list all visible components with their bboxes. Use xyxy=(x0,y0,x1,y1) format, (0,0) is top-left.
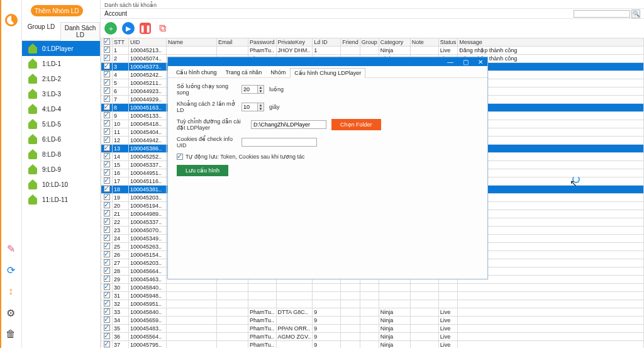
refresh-icon[interactable]: ⟳ xyxy=(4,264,17,276)
sidebar-item[interactable]: 11:LD-11 xyxy=(22,192,100,207)
threads-input[interactable] xyxy=(242,85,258,94)
table-row[interactable]: 35100045483..PhamTu..PPAN ORR..9NinjaLiv… xyxy=(101,325,644,333)
col-header[interactable]: Note xyxy=(410,38,438,47)
sidebar-item[interactable]: 4:LD-4 xyxy=(22,101,100,116)
table-row[interactable]: 33100045840..PhamTu..DTTA G8C..9NinjaLiv… xyxy=(101,308,644,317)
row-checkbox[interactable] xyxy=(104,112,110,118)
sync-icon[interactable]: ⧉ xyxy=(156,22,169,35)
add-group-button[interactable]: Thêm Nhóm LD xyxy=(31,5,83,16)
select-all-checkbox[interactable] xyxy=(104,38,110,45)
col-header[interactable]: Status xyxy=(438,38,458,47)
row-checkbox[interactable] xyxy=(104,145,110,151)
row-checkbox[interactable] xyxy=(104,235,110,241)
table-row[interactable]: 1100045213..PhamTu..JHOY DHM..1NinjaLive… xyxy=(101,47,644,55)
row-checkbox[interactable] xyxy=(104,63,110,69)
sidebar-item[interactable]: 10:LD-10 xyxy=(22,177,100,192)
sidebar-item[interactable]: 8:LD-8 xyxy=(22,147,100,162)
play-button[interactable]: ▶ xyxy=(122,22,135,35)
row-checkbox[interactable] xyxy=(104,194,110,200)
table-row[interactable]: 31100045948.. xyxy=(101,292,644,300)
table-row[interactable]: 34100045659..PhamTu..9NinjaLive xyxy=(101,317,644,325)
row-checkbox[interactable] xyxy=(104,161,110,167)
table-row[interactable]: 37100045795..PhamTu..9NinjaLive xyxy=(101,341,644,349)
sidebar-item[interactable]: 3:LD-3 xyxy=(22,86,100,101)
search-button[interactable]: 🔍 xyxy=(631,9,640,18)
row-checkbox[interactable] xyxy=(104,120,110,126)
row-checkbox[interactable] xyxy=(104,276,110,282)
delay-down[interactable]: ▼ xyxy=(258,107,264,111)
sidebar-item[interactable]: 0:LDPlayer xyxy=(22,41,100,56)
row-checkbox[interactable] xyxy=(104,55,110,61)
delay-input[interactable] xyxy=(242,103,258,111)
table-row[interactable]: 30100045840.. xyxy=(101,284,644,292)
add-button[interactable]: ＋ xyxy=(104,22,117,35)
sidebar-item[interactable]: 2:LD-2 xyxy=(22,71,100,86)
col-header[interactable]: Ld ID xyxy=(313,38,341,47)
col-header[interactable]: Password xyxy=(248,38,277,47)
col-header[interactable]: Category xyxy=(379,38,410,47)
row-checkbox[interactable] xyxy=(104,227,110,233)
row-checkbox[interactable] xyxy=(104,202,110,208)
gear-icon[interactable]: ⚙ xyxy=(4,306,17,319)
row-checkbox[interactable] xyxy=(104,300,110,306)
wand-icon[interactable]: ✎ xyxy=(4,242,17,255)
row-checkbox[interactable] xyxy=(104,317,110,323)
dialog-tab[interactable]: Trang cá nhân xyxy=(221,67,267,77)
row-checkbox[interactable] xyxy=(104,104,110,110)
dialog-tab[interactable]: Cấu hình chung xyxy=(172,67,221,77)
row-checkbox[interactable] xyxy=(104,169,110,176)
tab-group-ld[interactable]: Group LD xyxy=(22,21,60,40)
col-header[interactable]: Email xyxy=(217,38,248,47)
trash-icon[interactable]: 🗑 xyxy=(4,328,17,340)
row-checkbox[interactable] xyxy=(104,153,110,159)
row-checkbox[interactable] xyxy=(104,137,110,143)
row-checkbox[interactable] xyxy=(104,186,110,192)
row-checkbox[interactable] xyxy=(104,267,110,274)
row-checkbox[interactable] xyxy=(104,177,110,184)
table-row[interactable]: 32100045951.. xyxy=(101,300,644,308)
row-checkbox[interactable] xyxy=(104,71,110,77)
row-checkbox[interactable] xyxy=(104,79,110,86)
tab-danh-sach-ld[interactable]: Danh Sách LD xyxy=(60,22,100,41)
row-checkbox[interactable] xyxy=(104,259,110,266)
table-row[interactable]: 36100045564..PhamTu..AGMO ZGV..9NinjaLiv… xyxy=(101,333,644,341)
pause-button[interactable]: ❚❚ xyxy=(140,23,151,34)
row-checkbox[interactable] xyxy=(104,47,110,53)
autosave-checkbox[interactable] xyxy=(177,154,183,160)
row-checkbox[interactable] xyxy=(104,251,110,257)
row-checkbox[interactable] xyxy=(104,243,110,249)
col-header[interactable]: Name xyxy=(167,38,217,47)
maximize-icon[interactable]: ▢ xyxy=(461,58,470,65)
sidebar-item[interactable]: 1:LD-1 xyxy=(22,56,100,71)
choose-folder-button[interactable]: Chọn Folder xyxy=(331,119,381,130)
col-header[interactable]: Friend xyxy=(341,38,360,47)
row-checkbox[interactable] xyxy=(104,308,110,315)
row-checkbox[interactable] xyxy=(104,341,110,347)
save-config-button[interactable]: Lưu cấu hình xyxy=(177,165,228,176)
row-checkbox[interactable] xyxy=(104,292,110,298)
cookies-input[interactable] xyxy=(242,138,317,147)
row-checkbox[interactable] xyxy=(104,87,110,94)
row-checkbox[interactable] xyxy=(104,128,110,135)
row-checkbox[interactable] xyxy=(104,218,110,225)
sidebar-item[interactable]: 6:LD-6 xyxy=(22,132,100,147)
path-input[interactable] xyxy=(251,120,326,129)
updown-icon[interactable]: ↕ xyxy=(4,285,17,298)
col-header[interactable]: UID xyxy=(129,38,167,47)
row-checkbox[interactable] xyxy=(104,210,110,216)
col-header[interactable]: Group xyxy=(360,38,379,47)
dialog-tab[interactable]: Nhóm xyxy=(266,67,290,77)
threads-down[interactable]: ▼ xyxy=(258,89,264,93)
row-checkbox[interactable] xyxy=(104,284,110,290)
sidebar-item[interactable]: 9:LD-9 xyxy=(22,162,100,177)
row-checkbox[interactable] xyxy=(104,96,110,102)
sidebar-item[interactable]: 5:LD-5 xyxy=(22,116,100,132)
col-header[interactable]: Message xyxy=(458,38,644,47)
row-checkbox[interactable] xyxy=(104,333,110,339)
col-header[interactable]: STT xyxy=(113,38,129,47)
col-header[interactable]: PrivateKey xyxy=(276,38,313,47)
row-checkbox[interactable] xyxy=(104,325,110,331)
dialog-tab[interactable]: Cấu hình Chung LDPlayer xyxy=(290,68,365,78)
minimize-icon[interactable]: — xyxy=(446,58,455,65)
search-input[interactable] xyxy=(574,10,630,18)
